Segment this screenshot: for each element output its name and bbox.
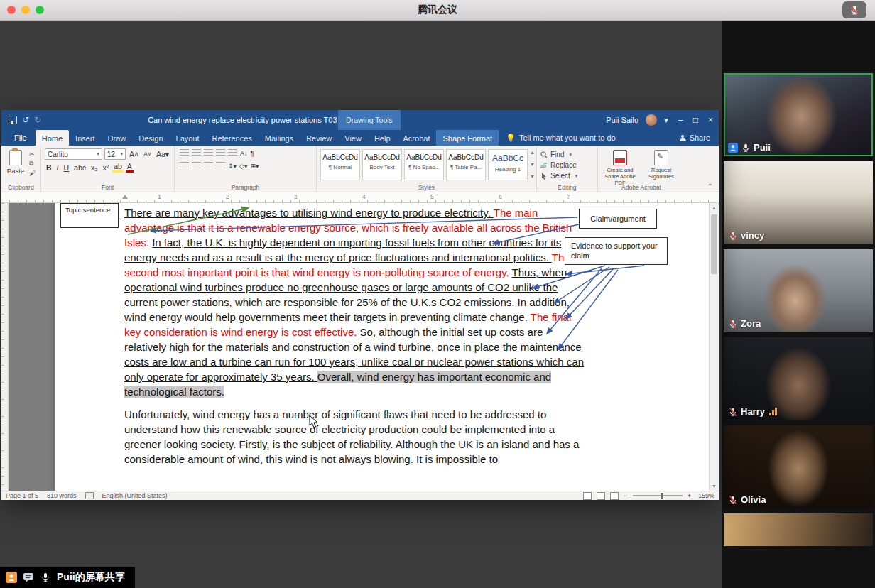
page-indicator[interactable]: Page 1 of 5 [6, 492, 38, 499]
tab-references[interactable]: References [206, 130, 259, 146]
style-card--table-pa-[interactable]: AaBbCcDd¶ Table Pa... [446, 149, 486, 180]
zoom-slider-thumb[interactable] [661, 493, 663, 499]
evidence-callout[interactable]: Evidence to support your claim [565, 237, 668, 265]
proofing-icon[interactable] [85, 492, 94, 499]
tab-layout[interactable]: Layout [170, 130, 206, 146]
undo-icon[interactable]: ↺ [22, 115, 29, 125]
web-layout-icon[interactable] [610, 492, 619, 500]
word-close-button[interactable]: × [708, 115, 713, 125]
text-highlight-icon[interactable]: ab [112, 162, 124, 173]
topic-sentence-callout[interactable]: Topic sentence [60, 203, 119, 228]
align-center-icon[interactable] [192, 162, 201, 170]
participant-tile-puii[interactable]: Puii [724, 73, 873, 156]
tab-help[interactable]: Help [368, 130, 397, 146]
claim-argument-callout[interactable]: Claim/argument [579, 209, 657, 229]
user-avatar[interactable] [646, 114, 657, 126]
format-painter-icon[interactable]: 🖌 [29, 170, 36, 177]
tab-insert[interactable]: Insert [69, 130, 102, 146]
vertical-scrollbar[interactable]: ▲ ▼ [709, 203, 719, 491]
request-signatures-button[interactable]: Request Signatures [643, 150, 680, 186]
quick-access-toolbar[interactable]: ↺ ↻ [1, 115, 48, 125]
grow-font-icon[interactable]: A˄ [128, 150, 140, 158]
screen-share-indicator[interactable]: Puii的屏幕共享 [0, 567, 135, 588]
tab-acrobat[interactable]: Acrobat [397, 130, 437, 146]
italic-icon[interactable]: I [55, 163, 60, 172]
tab-shape-format[interactable]: Shape Format [436, 130, 499, 146]
document-canvas[interactable]: There are many key advantages to utilisi… [1, 203, 719, 491]
font-name-combo[interactable]: Carlito▾ [45, 148, 102, 160]
participant-tile-vincy[interactable]: vincy [724, 161, 873, 244]
subscript-icon[interactable]: x₂ [89, 163, 99, 172]
tab-review[interactable]: Review [300, 130, 338, 146]
zoom-slider[interactable] [633, 495, 683, 496]
participant-tile-partial[interactable] [724, 513, 873, 546]
tell-me-box[interactable]: 💡 Tell me what you want to do [499, 130, 622, 146]
change-case-icon[interactable]: Aa▾ [155, 150, 170, 158]
style-card-body-text[interactable]: AaBbCcDdBody Text [362, 149, 402, 180]
justify-icon[interactable] [216, 162, 225, 170]
font-size-combo[interactable]: 12▾ [104, 148, 126, 160]
create-share-pdf-button[interactable]: Create and Share Adobe PDF [602, 150, 638, 186]
bold-icon[interactable]: B [45, 163, 53, 172]
font-color-icon[interactable]: A [126, 162, 134, 173]
zoom-in-icon[interactable]: + [688, 492, 691, 499]
participant-tile-harry[interactable]: Harry [724, 337, 873, 420]
cut-icon[interactable]: ✂ [29, 151, 36, 158]
share-button[interactable]: Share [680, 130, 719, 146]
style-card-heading-1[interactable]: AaBbCcHeading 1 [488, 149, 528, 180]
multilevel-list-icon[interactable] [204, 149, 213, 158]
bullet-list-icon[interactable] [180, 149, 189, 158]
copy-icon[interactable]: ⧉ [29, 160, 36, 168]
horizontal-ruler[interactable]: 1234567 [1, 192, 719, 203]
word-count[interactable]: 810 words [47, 492, 77, 499]
superscript-icon[interactable]: x² [101, 163, 110, 172]
tab-home[interactable]: Home [36, 130, 69, 146]
number-list-icon[interactable] [192, 149, 201, 158]
align-right-icon[interactable] [204, 162, 213, 170]
scroll-down-icon[interactable]: ▼ [710, 481, 719, 491]
show-marks-icon[interactable]: ¶ [249, 150, 256, 158]
zoom-out-icon[interactable]: − [624, 492, 627, 499]
participant-tile-olivia[interactable]: Olivia [724, 425, 873, 508]
scrollbar-thumb[interactable] [711, 214, 717, 274]
save-icon[interactable] [9, 116, 17, 124]
scroll-up-icon[interactable]: ▲ [710, 203, 719, 212]
ribbon-display-options-icon[interactable]: ▾ [664, 115, 668, 125]
paragraph-advantages[interactable]: There are many key advantages to utilisi… [124, 205, 587, 399]
sort-icon[interactable]: A↓ [239, 150, 249, 157]
tab-design[interactable]: Design [132, 130, 169, 146]
tab-view[interactable]: View [338, 130, 368, 146]
word-minimize-button[interactable]: – [678, 115, 683, 125]
underline-icon[interactable]: U [62, 163, 71, 172]
participant-tile-zora[interactable]: Zora [724, 249, 873, 332]
paragraph-disadvantages[interactable]: Unfortunately, wind energy has a number … [124, 407, 587, 467]
style-card--normal[interactable]: AaBbCcDd¶ Normal [320, 149, 360, 180]
line-spacing-icon[interactable]: ⇕▾ [227, 163, 238, 170]
align-left-icon[interactable] [180, 162, 189, 170]
zoom-percentage[interactable]: 159% [696, 492, 714, 499]
print-layout-icon[interactable] [597, 492, 605, 500]
replace-button[interactable]: ab Replace [540, 161, 594, 169]
styles-gallery-scroll[interactable]: ▲▼▼ [530, 148, 535, 180]
word-restore-button[interactable]: □ [693, 115, 698, 125]
language-indicator[interactable]: English (United States) [102, 492, 168, 499]
tab-file[interactable]: File [6, 130, 36, 146]
tab-mailings[interactable]: Mailings [259, 130, 300, 146]
find-button[interactable]: Find▾ [540, 151, 594, 158]
read-mode-icon[interactable] [583, 492, 592, 500]
mic-muted-button[interactable] [842, 1, 866, 18]
tab-draw[interactable]: Draw [102, 130, 133, 146]
borders-icon[interactable]: ⊞▾ [249, 163, 261, 170]
shrink-font-icon[interactable]: A˅ [142, 151, 153, 158]
shading-icon[interactable]: ◇▾ [238, 163, 249, 170]
indent-marker[interactable] [122, 195, 128, 199]
decrease-indent-icon[interactable] [216, 149, 225, 158]
select-button[interactable]: Select▾ [540, 172, 594, 180]
redo-icon[interactable]: ↻ [34, 115, 41, 125]
strikethrough-icon[interactable]: abc [72, 163, 87, 172]
increase-indent-icon[interactable] [228, 149, 237, 158]
style-card--no-spac-[interactable]: AaBbCcDd¶ No Spac... [404, 149, 444, 180]
collapse-ribbon-icon[interactable]: ⌃ [707, 183, 713, 190]
essay-text[interactable]: There are many key advantages to utilisi… [124, 205, 587, 467]
paste-button[interactable]: Paste [5, 148, 26, 177]
